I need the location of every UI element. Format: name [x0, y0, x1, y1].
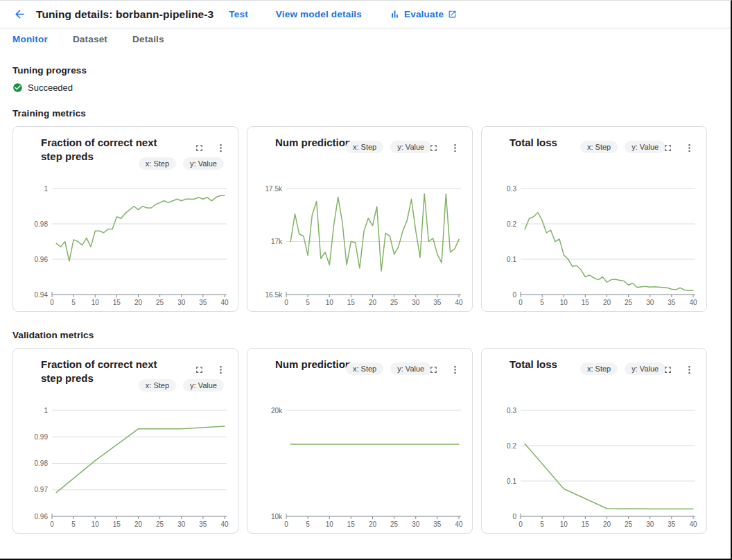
kebab-menu-icon	[684, 365, 695, 375]
metric-chart-card: 0.960.970.980.9910510152025303540 Fracti…	[12, 348, 238, 534]
chart-title: Num predictions	[275, 136, 357, 150]
fullscreen-button[interactable]	[193, 141, 205, 154]
svg-text:1: 1	[44, 407, 48, 414]
svg-text:0: 0	[50, 299, 54, 306]
training-charts-row: 0.940.960.9810510152025303540 Fraction o…	[12, 126, 707, 312]
svg-text:10: 10	[326, 520, 334, 528]
more-options-button[interactable]	[683, 141, 695, 154]
svg-text:25: 25	[390, 520, 399, 528]
chart-actions	[193, 141, 227, 154]
more-options-button[interactable]	[214, 141, 227, 154]
fullscreen-icon	[663, 143, 673, 153]
chart-plot: 00.10.20.30510152025303540	[482, 349, 707, 534]
kebab-menu-icon	[684, 143, 695, 153]
chart-title: Total loss	[509, 136, 557, 150]
svg-text:15: 15	[582, 520, 590, 528]
fullscreen-button[interactable]	[427, 363, 439, 376]
svg-text:10: 10	[92, 520, 100, 528]
y-axis-chip: y: Value	[390, 362, 431, 375]
svg-text:5: 5	[71, 520, 76, 528]
main-content: Tuning progress Succeeded Training metri…	[0, 65, 731, 534]
chart-plot: 00.10.20.30510152025303540	[482, 127, 707, 312]
x-axis-chip: x: Step	[580, 362, 618, 375]
x-axis-chip: x: Step	[139, 157, 176, 170]
svg-text:40: 40	[220, 299, 229, 306]
svg-text:0: 0	[518, 520, 523, 528]
fullscreen-icon	[194, 365, 204, 375]
svg-text:10: 10	[560, 299, 568, 306]
fullscreen-button[interactable]	[661, 363, 674, 376]
svg-text:30: 30	[412, 520, 420, 528]
fullscreen-button[interactable]	[427, 141, 439, 154]
chart-actions	[427, 363, 461, 376]
more-options-button[interactable]	[214, 363, 227, 376]
svg-text:25: 25	[625, 520, 633, 528]
svg-text:0.3: 0.3	[507, 185, 516, 193]
tab-monitor[interactable]: Monitor	[12, 34, 48, 44]
tab-details[interactable]: Details	[132, 34, 164, 44]
svg-text:15: 15	[582, 299, 590, 306]
svg-text:30: 30	[177, 520, 186, 528]
y-axis-chip: y: Value	[183, 379, 224, 392]
chart-title: Total loss	[509, 358, 557, 371]
view-model-details-button[interactable]: View model details	[276, 9, 362, 19]
metric-chart-card: 10k20k0510152025303540 Num predictions x…	[247, 348, 473, 534]
svg-text:35: 35	[433, 299, 442, 306]
more-options-button[interactable]	[683, 363, 695, 376]
svg-text:35: 35	[668, 299, 676, 306]
svg-text:0.98: 0.98	[35, 220, 49, 228]
svg-text:17.5k: 17.5k	[265, 185, 283, 193]
svg-text:15: 15	[113, 299, 121, 306]
validation-charts-row: 0.960.970.980.9910510152025303540 Fracti…	[12, 348, 707, 534]
fullscreen-icon	[194, 143, 204, 153]
y-axis-chip: y: Value	[390, 141, 431, 153]
svg-text:5: 5	[306, 299, 310, 306]
svg-text:0.98: 0.98	[35, 460, 49, 467]
tab-bar: Monitor Dataset Details	[0, 28, 731, 50]
svg-text:15: 15	[113, 520, 121, 528]
status-row: Succeeded	[12, 82, 718, 93]
svg-text:20k: 20k	[271, 407, 283, 414]
svg-text:40: 40	[455, 520, 463, 528]
metric-chart-card: 00.10.20.30510152025303540 Total loss x:…	[481, 126, 707, 312]
y-axis-chip: y: Value	[183, 157, 224, 170]
evaluate-button[interactable]: Evaluate	[390, 9, 457, 19]
validation-metrics-heading: Validation metrics	[12, 330, 718, 340]
tab-dataset[interactable]: Dataset	[73, 34, 107, 44]
svg-text:35: 35	[199, 520, 207, 528]
back-button[interactable]	[12, 7, 27, 22]
svg-text:30: 30	[646, 520, 654, 528]
bar-chart-icon	[390, 9, 400, 19]
status-badge: Succeeded	[28, 82, 73, 93]
more-options-button[interactable]	[448, 141, 461, 154]
fullscreen-button[interactable]	[661, 141, 674, 154]
svg-text:5: 5	[306, 520, 310, 528]
kebab-menu-icon	[216, 365, 226, 375]
svg-text:30: 30	[646, 299, 654, 306]
svg-text:40: 40	[220, 520, 229, 528]
fullscreen-icon	[428, 143, 439, 153]
svg-text:35: 35	[433, 520, 442, 528]
svg-text:10: 10	[92, 299, 100, 306]
svg-text:20: 20	[369, 520, 377, 528]
metric-chart-card: 0.940.960.9810510152025303540 Fraction o…	[12, 126, 238, 312]
svg-text:16.5k: 16.5k	[265, 291, 283, 299]
tuning-details-page: Tuning details: borbann-pipeline-3 Test …	[0, 0, 732, 560]
tuning-progress-heading: Tuning progress	[12, 65, 718, 76]
svg-text:25: 25	[156, 299, 164, 306]
open-in-new-icon	[448, 10, 457, 19]
axis-chips: x: Step y: Value	[346, 141, 431, 153]
more-options-button[interactable]	[448, 363, 461, 376]
svg-text:0.2: 0.2	[507, 220, 516, 228]
svg-text:5: 5	[71, 299, 76, 306]
fullscreen-button[interactable]	[193, 363, 205, 376]
x-axis-chip: x: Step	[139, 379, 176, 392]
x-axis-chip: x: Step	[346, 141, 383, 153]
test-button[interactable]: Test	[229, 9, 248, 19]
kebab-menu-icon	[450, 143, 460, 153]
svg-text:25: 25	[625, 299, 633, 306]
svg-text:40: 40	[689, 299, 697, 306]
evaluate-label: Evaluate	[404, 9, 444, 19]
svg-text:0.2: 0.2	[507, 442, 516, 450]
x-axis-chip: x: Step	[346, 362, 383, 375]
